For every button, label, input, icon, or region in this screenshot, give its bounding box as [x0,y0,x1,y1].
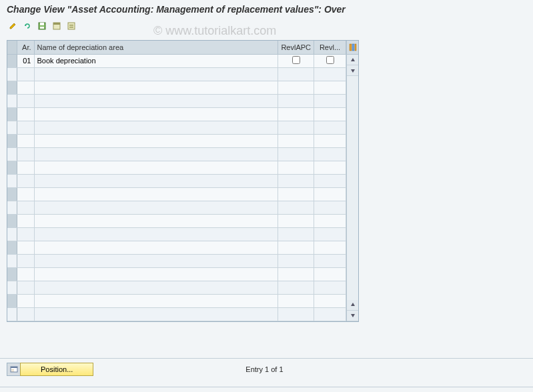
cell-name[interactable] [34,147,278,161]
column-header-revl[interactable]: Revl... [314,41,346,54]
cell-revl[interactable] [314,307,346,321]
table-row[interactable] [7,147,346,161]
cell-revapc[interactable] [278,187,314,201]
row-selector[interactable] [7,121,17,134]
cell-revl[interactable] [314,201,346,214]
row-selector[interactable] [7,294,17,307]
cell-name[interactable] [34,294,278,307]
cell-revl[interactable] [314,107,346,121]
row-selector[interactable] [7,107,17,121]
cell-name[interactable] [34,307,278,321]
row-selector[interactable] [7,147,17,161]
vertical-scrollbar[interactable] [346,41,358,321]
cell-revl[interactable] [314,214,346,227]
cell-ar[interactable] [17,107,34,121]
table-settings-button[interactable] [347,41,358,55]
cell-revapc[interactable] [278,174,314,187]
cell-name[interactable]: Book depreciation [34,54,278,67]
cell-ar[interactable] [17,94,34,107]
cell-revapc[interactable] [278,214,314,227]
cell-revl[interactable] [314,267,346,281]
row-selector[interactable] [7,81,17,94]
table-row[interactable] [7,81,346,94]
cell-ar[interactable] [17,214,34,227]
cell-ar[interactable] [17,187,34,201]
cell-revl[interactable] [314,121,346,134]
cell-ar[interactable]: 01 [17,54,34,67]
table-row[interactable]: 01Book depreciation [7,54,346,67]
save-button[interactable] [36,20,48,32]
revapc-checkbox[interactable] [292,56,300,64]
table-row[interactable] [7,187,346,201]
column-header-select[interactable] [7,41,17,54]
revl-checkbox[interactable] [326,56,334,64]
cell-revapc[interactable] [278,94,314,107]
cell-ar[interactable] [17,267,34,281]
row-selector[interactable] [7,67,17,81]
cell-name[interactable] [34,134,278,147]
cell-revapc[interactable] [278,107,314,121]
cell-name[interactable] [34,267,278,281]
cell-ar[interactable] [17,67,34,81]
cell-ar[interactable] [17,174,34,187]
cell-revl[interactable] [314,241,346,254]
scroll-up-button[interactable] [347,55,358,65]
cell-revl[interactable] [314,254,346,267]
cell-revapc[interactable] [278,121,314,134]
cell-revapc[interactable] [278,241,314,254]
cell-revapc[interactable] [278,201,314,214]
cell-name[interactable] [34,81,278,94]
cell-name[interactable] [34,121,278,134]
cell-revapc[interactable] [278,227,314,241]
cell-name[interactable] [34,254,278,267]
row-selector[interactable] [7,254,17,267]
cell-revl[interactable] [314,147,346,161]
cell-revapc[interactable] [278,281,314,294]
cell-revapc[interactable] [278,267,314,281]
undo-button[interactable] [21,20,33,32]
cell-name[interactable] [34,187,278,201]
cell-name[interactable] [34,174,278,187]
row-selector[interactable] [7,307,17,321]
table-row[interactable] [7,174,346,187]
row-selector[interactable] [7,134,17,147]
column-header-ar[interactable]: Ar. [17,41,34,54]
table-row[interactable] [7,161,346,174]
table-row[interactable] [7,214,346,227]
row-selector[interactable] [7,54,17,67]
deselect-all-button[interactable] [65,20,77,32]
row-selector[interactable] [7,214,17,227]
cell-ar[interactable] [17,161,34,174]
cell-revapc[interactable] [278,134,314,147]
cell-revapc[interactable] [278,254,314,267]
scroll-track[interactable] [347,76,358,300]
cell-name[interactable] [34,107,278,121]
table-row[interactable] [7,94,346,107]
cell-ar[interactable] [17,254,34,267]
cell-ar[interactable] [17,281,34,294]
cell-ar[interactable] [17,307,34,321]
cell-revl[interactable] [314,94,346,107]
cell-ar[interactable] [17,81,34,94]
cell-revl[interactable] [314,281,346,294]
cell-name[interactable] [34,201,278,214]
row-selector[interactable] [7,187,17,201]
row-selector[interactable] [7,281,17,294]
cell-revapc[interactable] [278,147,314,161]
scroll-down-button[interactable] [347,65,358,76]
cell-revl[interactable] [314,294,346,307]
cell-name[interactable] [34,241,278,254]
table-row[interactable] [7,307,346,321]
select-all-button[interactable] [51,20,63,32]
table-row[interactable] [7,267,346,281]
table-row[interactable] [7,227,346,241]
table-row[interactable] [7,201,346,214]
cell-name[interactable] [34,161,278,174]
cell-ar[interactable] [17,121,34,134]
cell-revapc[interactable] [278,81,314,94]
row-selector[interactable] [7,174,17,187]
table-row[interactable] [7,134,346,147]
table-row[interactable] [7,67,346,81]
cell-revl[interactable] [314,54,346,67]
cell-name[interactable] [34,214,278,227]
